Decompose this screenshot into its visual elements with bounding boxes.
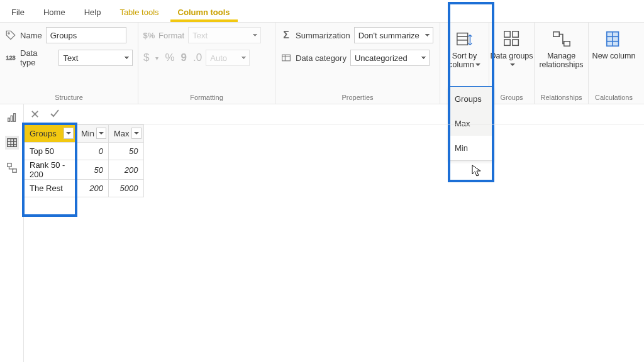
sort-icon (455, 29, 475, 49)
tab-table-tools[interactable]: Table tools (112, 3, 166, 22)
datatype-select[interactable]: Text (58, 50, 133, 66)
data-grid: Groups Min Max Top 50050 Rank 50 - 20050… (24, 124, 144, 197)
group-caption-properties: Properties (280, 91, 435, 101)
svg-rect-5 (457, 33, 467, 45)
svg-rect-27 (12, 169, 16, 172)
group-caption-formatting: Formatting (143, 91, 270, 101)
svg-rect-26 (7, 163, 11, 167)
data-groups-icon (502, 29, 522, 49)
svg-rect-12 (553, 32, 558, 37)
data-groups-button[interactable]: Data groups (489, 26, 535, 72)
new-column-button[interactable]: New column (591, 26, 637, 63)
svg-rect-11 (512, 40, 518, 45)
ribbon-group-properties: Σ Summarization Don't summarize Data cat… (275, 23, 440, 104)
column-filter-max[interactable] (131, 128, 142, 139)
data-view-button[interactable] (5, 136, 19, 150)
svg-point-0 (8, 33, 9, 34)
relationships-label: Manage relationships (537, 52, 586, 70)
table-row[interactable]: Top 50050 (25, 143, 144, 160)
ribbon: Name 123 Data type Text Structure $% For… (0, 23, 644, 104)
name-label: Name (20, 31, 42, 40)
formula-cancel-button[interactable]: ✕ (30, 107, 40, 121)
column-filter-groups[interactable] (64, 128, 74, 139)
format-icon: $% (143, 30, 155, 41)
svg-text:123: 123 (6, 55, 16, 61)
svg-rect-19 (11, 116, 13, 121)
sort-by-column-label: Sort by column (443, 52, 487, 70)
category-label: Data category (296, 53, 347, 63)
ribbon-group-structure: Name 123 Data type Text Structure (0, 23, 138, 104)
group-caption-calculations: Calculations (590, 91, 638, 101)
group-caption-groups: Groups (491, 91, 533, 101)
sort-by-column-button[interactable]: Sort by column (441, 26, 488, 72)
datatype-label: Data type (20, 48, 55, 67)
number-format-buttons: $▾ % 9 .0 (143, 52, 202, 64)
category-icon (280, 52, 292, 63)
column-header-min[interactable]: Min (76, 125, 109, 143)
ribbon-group-relationships: Manage relationships Relationships (535, 23, 589, 104)
formula-commit-button[interactable] (48, 107, 61, 121)
tab-help[interactable]: Help (77, 3, 109, 22)
decimal-places-select: Auto (206, 50, 250, 66)
column-header-max[interactable]: Max (108, 125, 143, 143)
formula-bar: ✕ (24, 104, 644, 124)
group-caption-relationships: Relationships (536, 91, 587, 101)
group-caption-structure: Structure (5, 91, 133, 101)
report-view-button[interactable] (5, 111, 19, 124)
tab-home[interactable]: Home (36, 3, 73, 22)
name-field[interactable] (46, 27, 126, 43)
view-rail (0, 104, 24, 362)
new-column-label: New column (592, 52, 636, 60)
ribbon-tabstrip: File Home Help Table tools Column tools (0, 0, 644, 23)
decimal-button: .0 (193, 52, 202, 64)
sigma-icon: Σ (280, 30, 292, 41)
tab-column-tools[interactable]: Column tools (170, 3, 238, 22)
tab-file[interactable]: File (4, 3, 32, 22)
svg-rect-9 (512, 31, 518, 37)
column-header-groups[interactable]: Groups (25, 125, 76, 143)
model-view-button[interactable] (5, 161, 19, 175)
datatype-icon: 123 (5, 52, 16, 63)
svg-rect-10 (504, 40, 509, 45)
ribbon-group-groups: Data groups Groups (489, 23, 535, 104)
currency-button: $ (143, 52, 149, 64)
summarization-label: Summarization (296, 31, 350, 40)
column-filter-min[interactable] (96, 128, 106, 139)
svg-rect-21 (7, 139, 16, 147)
table-row[interactable]: The Rest2005000 (25, 180, 144, 197)
svg-rect-2 (282, 55, 291, 61)
manage-relationships-button[interactable]: Manage relationships (536, 26, 587, 72)
svg-rect-8 (504, 31, 509, 37)
category-select[interactable]: Uncategorized (350, 50, 430, 66)
cursor-icon (472, 165, 482, 177)
new-column-icon (604, 29, 624, 49)
relationships-icon (552, 29, 572, 49)
tag-icon (5, 30, 16, 41)
svg-rect-20 (13, 114, 15, 122)
format-label: Format (158, 31, 184, 40)
thousands-button: 9 (181, 52, 187, 64)
ribbon-group-formatting: $% Format Text $▾ % 9 .0 Auto Formatting (138, 23, 275, 104)
table-row[interactable]: Rank 50 - 20050200 (25, 160, 144, 180)
percent-button: % (165, 52, 174, 64)
data-groups-label: Data groups (490, 52, 534, 70)
ribbon-group-calculations: New column Calculations (589, 23, 639, 104)
summarization-select[interactable]: Don't summarize (354, 27, 433, 43)
dropdown-item-min[interactable]: Min (448, 136, 494, 160)
svg-rect-13 (564, 41, 569, 47)
svg-rect-18 (8, 118, 9, 121)
format-select: Text (188, 27, 261, 43)
